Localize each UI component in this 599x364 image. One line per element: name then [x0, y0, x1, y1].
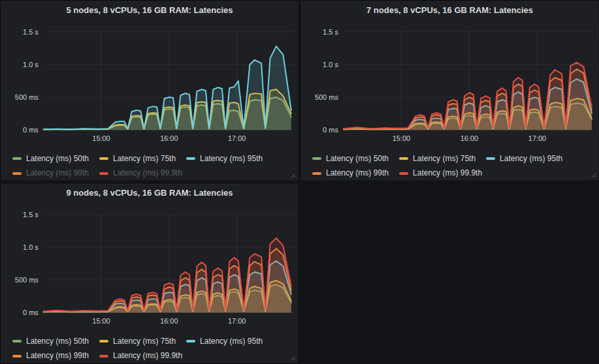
legend-item[interactable]: Latency (ms) 99th [12, 167, 89, 179]
x-axis-tick-label: 17:00 [228, 317, 246, 325]
grafana-dashboard: 5 nodes, 8 vCPUs, 16 GB RAM: Latencies 0… [0, 0, 599, 364]
legend-label: Latency (ms) 99th [26, 167, 89, 179]
legend-item[interactable]: Latency (ms) 99.9th [99, 167, 182, 179]
legend-label: Latency (ms) 99th [26, 350, 89, 362]
y-axis-tick-label: 500 ms [15, 93, 39, 101]
series-color-swatch-icon [99, 355, 108, 357]
series-area-p999 [344, 63, 592, 130]
series-color-swatch-icon [99, 340, 108, 342]
x-axis-tick-label: 15:00 [92, 134, 110, 142]
legend-label: Latency (ms) 99.9th [113, 167, 182, 179]
empty-dashboard-area [301, 184, 598, 363]
x-axis-tick-label: 17:00 [228, 134, 246, 142]
x-axis-tick-label: 16:00 [160, 134, 178, 142]
series-color-swatch-icon [186, 157, 195, 160]
x-axis-tick-label: 15:00 [393, 134, 410, 142]
legend-item[interactable]: Latency (ms) 95th [186, 153, 263, 165]
x-axis-tick-label: 15:00 [92, 317, 110, 325]
legend-label: Latency (ms) 99.9th [413, 167, 482, 179]
panel-9-nodes-latencies: 9 nodes, 8 vCPUs, 16 GB RAM: Latencies 0… [1, 184, 298, 363]
series-color-swatch-icon [99, 157, 108, 160]
y-axis-tick-label: 1.5 s [23, 28, 39, 36]
legend-item[interactable]: Latency (ms) 50th [312, 153, 389, 165]
latency-chart-9-nodes[interactable]: 0 ms500 ms1.0 s1.5 s15:0016:0017:00 [2, 202, 297, 329]
y-axis-tick-label: 1.5 s [323, 28, 338, 36]
y-axis-tick-label: 500 ms [15, 276, 39, 284]
panel-title[interactable]: 9 nodes, 8 vCPUs, 16 GB RAM: Latencies [2, 185, 297, 202]
chart-legend: Latency (ms) 50thLatency (ms) 75thLatenc… [2, 329, 297, 362]
legend-row: Latency (ms) 50thLatency (ms) 75thLatenc… [12, 150, 292, 165]
series-area-p999 [44, 238, 291, 312]
legend-row: Latency (ms) 99thLatency (ms) 99.9th [12, 348, 292, 363]
legend-item[interactable]: Latency (ms) 99.9th [399, 167, 482, 179]
chart-legend: Latency (ms) 50thLatency (ms) 75thLatenc… [2, 146, 297, 179]
series-color-swatch-icon [99, 172, 108, 175]
legend-label: Latency (ms) 50th [326, 153, 389, 165]
legend-item[interactable]: Latency (ms) 75th [99, 153, 176, 165]
legend-label: Latency (ms) 95th [500, 153, 562, 165]
y-axis-tick-label: 0 ms [23, 309, 39, 316]
series-color-swatch-icon [312, 172, 321, 175]
latency-chart-7-nodes[interactable]: 0 ms500 ms1.0 s1.5 s15:0016:0017:00 [302, 19, 598, 146]
legend-label: Latency (ms) 99.9th [113, 350, 182, 362]
series-color-swatch-icon [399, 172, 408, 175]
x-axis-tick-label: 16:00 [160, 317, 178, 325]
series-color-swatch-icon [12, 355, 22, 357]
legend-item[interactable]: Latency (ms) 50th [12, 153, 89, 165]
x-axis-tick-label: 16:00 [461, 134, 478, 142]
legend-label: Latency (ms) 99th [326, 167, 389, 179]
y-axis-tick-label: 1.0 s [323, 61, 338, 68]
legend-label: Latency (ms) 75th [113, 335, 176, 348]
legend-row: Latency (ms) 50thLatency (ms) 75thLatenc… [312, 150, 592, 165]
y-axis-tick-label: 1.0 s [23, 243, 39, 251]
series-color-swatch-icon [12, 340, 22, 342]
legend-label: Latency (ms) 75th [413, 153, 476, 165]
series-area-p95 [44, 46, 291, 130]
y-axis-tick-label: 0 ms [323, 126, 338, 134]
legend-row: Latency (ms) 99thLatency (ms) 99.9th [12, 165, 292, 180]
series-color-swatch-icon [186, 340, 195, 342]
legend-row: Latency (ms) 50thLatency (ms) 75thLatenc… [12, 333, 292, 348]
y-axis-tick-label: 0 ms [23, 126, 39, 134]
legend-item[interactable]: Latency (ms) 75th [399, 153, 476, 165]
legend-item[interactable]: Latency (ms) 95th [186, 335, 263, 348]
legend-item[interactable]: Latency (ms) 99th [12, 350, 89, 362]
y-axis-tick-label: 500 ms [315, 93, 338, 101]
legend-label: Latency (ms) 50th [26, 335, 89, 348]
series-color-swatch-icon [12, 172, 22, 175]
legend-item[interactable]: Latency (ms) 95th [486, 153, 562, 165]
legend-label: Latency (ms) 75th [113, 153, 176, 165]
y-axis-tick-label: 1.0 s [23, 61, 39, 68]
panel-title[interactable]: 5 nodes, 8 vCPUs, 16 GB RAM: Latencies [2, 2, 297, 19]
legend-label: Latency (ms) 95th [200, 335, 263, 348]
legend-row: Latency (ms) 99thLatency (ms) 99.9th [312, 165, 592, 180]
series-color-swatch-icon [312, 157, 321, 160]
series-color-swatch-icon [12, 157, 22, 160]
latency-chart-5-nodes[interactable]: 0 ms500 ms1.0 s1.5 s15:0016:0017:00 [2, 19, 297, 146]
series-color-swatch-icon [399, 157, 408, 160]
legend-label: Latency (ms) 50th [26, 153, 89, 165]
legend-item[interactable]: Latency (ms) 50th [12, 335, 89, 348]
legend-item[interactable]: Latency (ms) 99th [312, 167, 389, 179]
chart-legend: Latency (ms) 50thLatency (ms) 75thLatenc… [302, 146, 598, 179]
legend-label: Latency (ms) 95th [200, 153, 263, 165]
series-color-swatch-icon [486, 157, 495, 160]
x-axis-tick-label: 17:00 [528, 134, 546, 142]
panel-5-nodes-latencies: 5 nodes, 8 vCPUs, 16 GB RAM: Latencies 0… [1, 1, 298, 180]
legend-item[interactable]: Latency (ms) 99.9th [99, 350, 182, 362]
panel-title[interactable]: 7 nodes, 8 vCPUs, 16 GB RAM: Latencies [302, 2, 598, 19]
y-axis-tick-label: 1.5 s [23, 211, 39, 219]
legend-item[interactable]: Latency (ms) 75th [99, 335, 176, 348]
panel-7-nodes-latencies: 7 nodes, 8 vCPUs, 16 GB RAM: Latencies 0… [301, 1, 598, 180]
